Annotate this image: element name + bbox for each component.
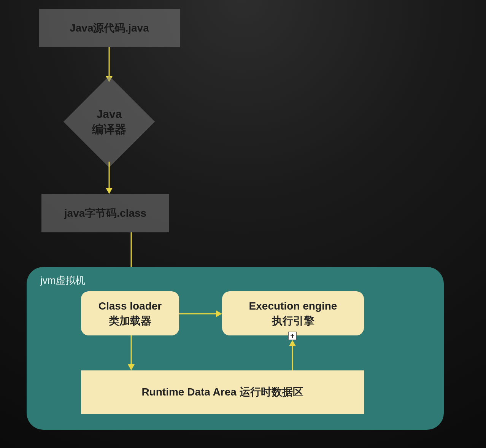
node-compiler-label-2: 编译器 <box>92 122 126 137</box>
node-class-loader-label-2: 类加载器 <box>109 313 151 328</box>
jvm-title: jvm虚拟机 <box>40 274 85 287</box>
node-execution-engine-label-1: Execution engine <box>249 299 337 313</box>
node-runtime-data-area-label: Runtime Data Area 运行时数据区 <box>141 384 303 399</box>
node-compiler: Java 编译器 <box>64 76 155 167</box>
node-class-loader-label-1: Class loader <box>98 299 162 313</box>
node-execution-engine: Execution engine 执行引擎 <box>222 291 364 335</box>
node-execution-engine-label-2: 执行引擎 <box>272 313 314 328</box>
node-java-source-label: Java源代码.java <box>70 21 149 35</box>
node-bytecode-label: java字节码.class <box>64 206 146 221</box>
expand-icon[interactable]: + <box>288 332 297 340</box>
node-compiler-label-1: Java <box>97 106 122 122</box>
node-bytecode: java字节码.class <box>41 194 169 232</box>
node-java-source: Java源代码.java <box>39 9 180 47</box>
node-runtime-data-area: Runtime Data Area 运行时数据区 <box>81 370 364 414</box>
node-class-loader: Class loader 类加载器 <box>81 291 179 335</box>
diagram-canvas: Java源代码.java Java 编译器 java字节码.class jvm虚… <box>0 0 486 448</box>
expand-icon-label: + <box>291 332 295 339</box>
